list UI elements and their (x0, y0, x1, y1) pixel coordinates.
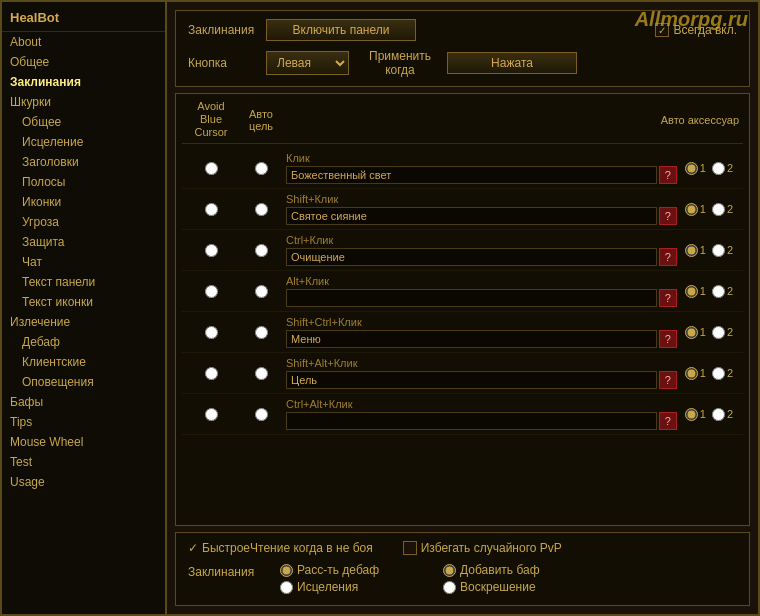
accessory-radio-4: 1 2 (685, 326, 739, 339)
spell-input-3[interactable] (286, 289, 657, 307)
avoid-radio-6 (186, 408, 236, 421)
sidebar-item-zaschita[interactable]: Защита (2, 232, 165, 252)
spell-input-6[interactable] (286, 412, 657, 430)
sidebar-item-test[interactable]: Test (2, 452, 165, 472)
acc-radio-2-3[interactable] (712, 285, 725, 298)
acc-radio-2-2[interactable] (712, 244, 725, 257)
spell-help-btn-0[interactable]: ? (659, 166, 677, 184)
sidebar-item-tekst-ikonki[interactable]: Текст иконки (2, 292, 165, 312)
spell-help-btn-3[interactable]: ? (659, 289, 677, 307)
sidebar-item-opovescheniya[interactable]: Оповещения (2, 372, 165, 392)
acc-radio-2-0[interactable] (712, 162, 725, 175)
sidebar-item-isceleniye[interactable]: Исцеление (2, 132, 165, 152)
content-area: Allmorpg.ru Заклинания Включить панели В… (167, 2, 758, 614)
acc-radio-1-4[interactable] (685, 326, 698, 339)
sidebar-item-tips[interactable]: Tips (2, 412, 165, 432)
acc-radio-1-6[interactable] (685, 408, 698, 421)
sidebar-item-klientskiye[interactable]: Клиентские (2, 352, 165, 372)
sidebar-item-ugroza[interactable]: Угроза (2, 212, 165, 232)
sidebar-item-izlecheniye[interactable]: Излечение (2, 312, 165, 332)
radio-col-left: Расс-ть дебаф Исцеления (280, 563, 379, 597)
acc-label-2-3: 2 (727, 285, 733, 297)
spell-content-2: Ctrl+Клик ? (286, 234, 677, 266)
always-enabled-checkbox[interactable] (655, 23, 669, 37)
isceleniya-label: Исцеления (297, 580, 358, 594)
spell-help-btn-1[interactable]: ? (659, 207, 677, 225)
auto-radio-6 (236, 408, 286, 421)
auto-radio-1 (236, 203, 286, 216)
avoid-radio-input-1[interactable] (205, 203, 218, 216)
auto-radio-input-4[interactable] (255, 326, 268, 339)
avoid-radio-input-6[interactable] (205, 408, 218, 421)
spell-input-2[interactable] (286, 248, 657, 266)
sidebar-item-about[interactable]: About (2, 32, 165, 52)
spell-help-btn-2[interactable]: ? (659, 248, 677, 266)
header-avoid: AvoidBlue Cursor (186, 100, 236, 140)
sidebar-item-bafy[interactable]: Бафы (2, 392, 165, 412)
acc-radio-1-5[interactable] (685, 367, 698, 380)
acc-label-2-2: 2 (727, 244, 733, 256)
sidebar-item-mouse-wheel[interactable]: Mouse Wheel (2, 432, 165, 452)
sidebar-item-chat[interactable]: Чат (2, 252, 165, 272)
acc-radio-2-4[interactable] (712, 326, 725, 339)
sidebar-item-zagolovki[interactable]: Заголовки (2, 152, 165, 172)
auto-radio-input-6[interactable] (255, 408, 268, 421)
acc-label-1-5: 1 (700, 367, 706, 379)
fast-reading-checkbox-label: ✓ БыстроеЧтение когда в не боя (188, 541, 373, 555)
spell-help-btn-4[interactable]: ? (659, 330, 677, 348)
avoid-radio-input-5[interactable] (205, 367, 218, 380)
sidebar-item-shkurki-obschee[interactable]: Общее (2, 112, 165, 132)
spell-input-row-1: ? (286, 207, 677, 225)
sidebar-item-zaklyaniya[interactable]: Заклинания (2, 72, 165, 92)
voskreshenie-radio-row: Воскрешение (443, 580, 540, 594)
acc-radio-2-6[interactable] (712, 408, 725, 421)
acc-label-2-6: 2 (727, 408, 733, 420)
spell-content-3: Alt+Клик ? (286, 275, 677, 307)
sidebar-item-usage[interactable]: Usage (2, 472, 165, 492)
avoid-radio-input-2[interactable] (205, 244, 218, 257)
dobavit-label: Добавить баф (460, 563, 540, 577)
spell-content-0: Клик ? (286, 152, 677, 184)
sidebar-item-polosy[interactable]: Полосы (2, 172, 165, 192)
avoid-radio-input-3[interactable] (205, 285, 218, 298)
acc-radio-1-3[interactable] (685, 285, 698, 298)
avoid-pvp-checkbox[interactable] (403, 541, 417, 555)
auto-radio-input-5[interactable] (255, 367, 268, 380)
auto-radio-input-1[interactable] (255, 203, 268, 216)
pressed-button[interactable]: Нажата (447, 52, 577, 74)
auto-radio-input-0[interactable] (255, 162, 268, 175)
spell-input-0[interactable] (286, 166, 657, 184)
acc-radio-1-2[interactable] (685, 244, 698, 257)
spell-input-5[interactable] (286, 371, 657, 389)
enable-panels-button[interactable]: Включить панели (266, 19, 416, 41)
spell-modifier-label-0: Клик (286, 152, 677, 164)
spell-input-1[interactable] (286, 207, 657, 225)
spell-help-btn-6[interactable]: ? (659, 412, 677, 430)
auto-radio-input-3[interactable] (255, 285, 268, 298)
acc-label-1-1: 1 (700, 203, 706, 215)
spell-help-btn-5[interactable]: ? (659, 371, 677, 389)
knopka-label: Кнопка (188, 56, 258, 70)
dobavit-radio[interactable] (443, 564, 456, 577)
spell-input-4[interactable] (286, 330, 657, 348)
acc-radio-1-1[interactable] (685, 203, 698, 216)
spell-row-5: Shift+Alt+Клик ? 1 2 (182, 353, 743, 394)
sidebar-item-ikonki[interactable]: Иконки (2, 192, 165, 212)
avoid-radio-input-4[interactable] (205, 326, 218, 339)
acc-radio-1-0[interactable] (685, 162, 698, 175)
spell-modifier-label-4: Shift+Ctrl+Клик (286, 316, 677, 328)
sidebar-item-obschee[interactable]: Общее (2, 52, 165, 72)
spell-row-0: Клик ? 1 2 (182, 148, 743, 189)
acc-radio-2-1[interactable] (712, 203, 725, 216)
acc-radio-2-5[interactable] (712, 367, 725, 380)
voskreshenie-radio[interactable] (443, 581, 456, 594)
header-auto: Авто цель (236, 108, 286, 132)
sidebar-item-debaf[interactable]: Дебаф (2, 332, 165, 352)
knopka-select[interactable]: Левая Правая Средняя (266, 51, 349, 75)
sidebar-item-tekst-paneli[interactable]: Текст панели (2, 272, 165, 292)
isceleniya-radio[interactable] (280, 581, 293, 594)
avoid-radio-input-0[interactable] (205, 162, 218, 175)
sidebar-item-shkurki[interactable]: Шкурки (2, 92, 165, 112)
auto-radio-input-2[interactable] (255, 244, 268, 257)
rassvet-radio[interactable] (280, 564, 293, 577)
